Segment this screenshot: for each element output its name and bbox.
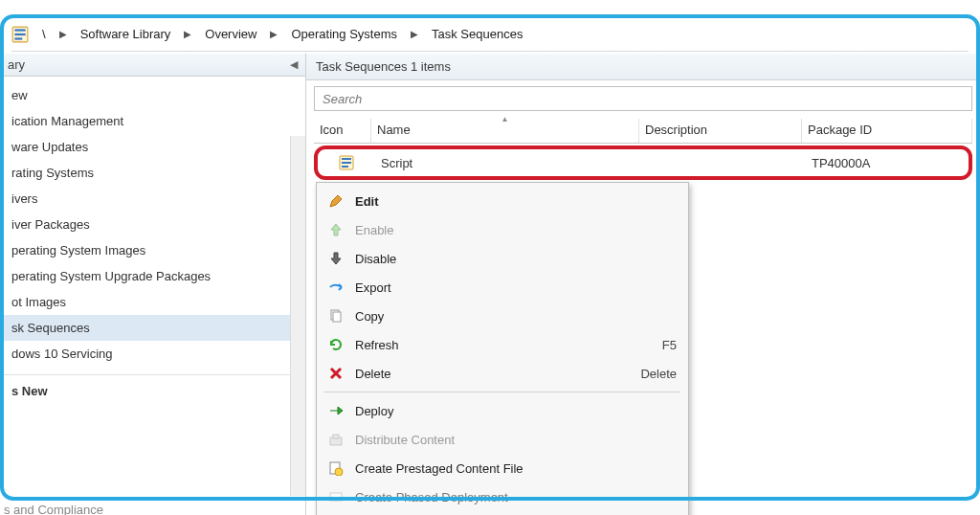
copy-icon (324, 306, 347, 325)
menu-label: Edit (355, 194, 677, 209)
menu-separator (324, 392, 680, 392)
sidebar-item-label: dows 10 Servicing (11, 347, 113, 361)
menu-create-phased-deployment[interactable]: Create Phased Deployment (319, 482, 686, 511)
sidebar-item-label: ware Updates (11, 140, 88, 154)
breadcrumb-task-sequences[interactable]: Task Sequences (428, 25, 526, 43)
menu-edit[interactable]: Edit (319, 187, 686, 215)
menu-label: Disable (355, 252, 677, 266)
scrollbar[interactable] (290, 136, 305, 496)
breadcrumb-operating-systems[interactable]: Operating Systems (287, 25, 401, 43)
refresh-icon (324, 335, 347, 354)
task-sequence-icon (11, 26, 29, 43)
menu-label: Export (355, 280, 677, 295)
menu-copy[interactable]: Copy (319, 302, 686, 330)
menu-label: Delete (355, 367, 631, 381)
prestaged-icon (324, 459, 347, 478)
sidebar-item-label: sk Sequences (11, 321, 90, 335)
chevron-right-icon: ▶ (184, 29, 191, 39)
sidebar-item[interactable]: ivers (4, 186, 305, 212)
menu-disable[interactable]: Disable (319, 244, 686, 273)
sidebar-item[interactable]: ware Updates (4, 134, 305, 160)
column-description[interactable]: Description (639, 119, 802, 143)
sort-indicator-icon: ▲ (501, 115, 509, 123)
chevron-right-icon: ▶ (411, 29, 418, 39)
sidebar-item[interactable]: dows 10 Servicing (4, 341, 305, 367)
sidebar-item-label: rating Systems (11, 166, 94, 180)
svg-rect-6 (342, 162, 351, 164)
search-input[interactable] (314, 86, 972, 111)
row-pkg-cell: TP40000A (806, 152, 969, 174)
breadcrumb-overview[interactable]: Overview (201, 25, 260, 43)
column-name-label: Name (377, 123, 411, 137)
context-menu: Edit Enable Disable Export Copy Refresh … (316, 182, 689, 515)
sidebar-item[interactable]: ication Management (4, 108, 305, 134)
svg-rect-2 (14, 33, 25, 34)
menu-deploy[interactable]: Deploy (319, 396, 686, 425)
sidebar-item-label: iver Packages (11, 217, 90, 232)
svg-rect-1 (14, 29, 25, 31)
svg-rect-9 (333, 312, 341, 322)
row-name-cell: Script (375, 152, 643, 174)
svg-rect-14 (330, 493, 342, 501)
sidebar: ary ◀ ew ication Management ware Updates… (0, 54, 306, 515)
column-icon[interactable]: Icon (314, 119, 371, 143)
menu-export[interactable]: Export (319, 273, 686, 302)
menu-delete[interactable]: Delete Delete (319, 359, 686, 388)
menu-label: Deploy (355, 404, 677, 418)
menu-distribute-content: Distribute Content (319, 425, 686, 454)
breadcrumb: \ ▶ Software Library ▶ Overview ▶ Operat… (11, 21, 969, 52)
breadcrumb-software-library[interactable]: Software Library (77, 25, 175, 43)
menu-label: Create Prestaged Content File (355, 461, 677, 476)
sidebar-header: ary ◀ (0, 54, 305, 77)
content-header-label: Task Sequences 1 items (316, 59, 451, 74)
column-package-id[interactable]: Package ID (802, 119, 972, 143)
svg-rect-11 (333, 435, 339, 438)
grid-header: Icon ▲ Name Description Package ID (314, 119, 972, 144)
chevron-right-icon: ▶ (59, 29, 67, 39)
row-desc-cell (643, 159, 806, 167)
sidebar-item[interactable]: perating System Images (4, 237, 305, 263)
sidebar-item-label: ot Images (11, 295, 66, 309)
sidebar-item-label: ew (11, 88, 28, 102)
sidebar-item-label: perating System Upgrade Packages (11, 269, 211, 283)
collapse-icon[interactable]: ◀ (290, 58, 298, 71)
footer-ghost-text: s and Compliance (4, 503, 103, 515)
deploy-icon (324, 401, 347, 420)
export-icon (324, 278, 347, 297)
sidebar-item-task-sequences[interactable]: sk Sequences (4, 315, 305, 341)
menu-create-prestaged[interactable]: Create Prestaged Content File (319, 454, 686, 482)
menu-label: Enable (355, 223, 677, 237)
delete-icon (324, 364, 347, 383)
sidebar-item[interactable]: rating Systems (4, 160, 305, 186)
menu-refresh[interactable]: Refresh F5 (319, 330, 686, 359)
sidebar-header-label: ary (8, 57, 25, 72)
arrow-up-icon (324, 220, 347, 239)
svg-rect-5 (342, 158, 351, 160)
menu-accelerator: Delete (631, 367, 677, 381)
sidebar-item[interactable]: iver Packages (4, 212, 305, 237)
sidebar-item[interactable]: ot Images (4, 289, 305, 315)
menu-label: Copy (355, 309, 677, 324)
distribute-icon (324, 430, 347, 449)
svg-point-13 (335, 468, 343, 476)
table-row[interactable]: Script TP40000A (314, 146, 972, 180)
content-header: Task Sequences 1 items (306, 54, 980, 80)
svg-rect-3 (14, 37, 22, 39)
pencil-icon (324, 191, 347, 211)
sidebar-item-label: ication Management (11, 114, 123, 128)
sidebar-group-whats-new[interactable]: s New (4, 374, 305, 403)
column-name[interactable]: ▲ Name (371, 119, 639, 143)
svg-rect-7 (342, 166, 348, 168)
menu-enable: Enable (319, 215, 686, 244)
menu-label: Distribute Content (355, 433, 677, 447)
row-icon-cell (318, 151, 375, 174)
sidebar-tree: ew ication Management ware Updates ratin… (0, 77, 305, 409)
menu-label: Refresh (355, 338, 653, 352)
phased-icon (324, 487, 347, 506)
sidebar-item[interactable]: perating System Upgrade Packages (4, 263, 305, 289)
breadcrumb-root[interactable]: \ (38, 25, 50, 43)
menu-label: Create Phased Deployment (355, 490, 677, 504)
menu-accelerator: F5 (653, 338, 677, 352)
sidebar-item-label: perating System Images (11, 243, 145, 258)
sidebar-item[interactable]: ew (4, 82, 305, 108)
